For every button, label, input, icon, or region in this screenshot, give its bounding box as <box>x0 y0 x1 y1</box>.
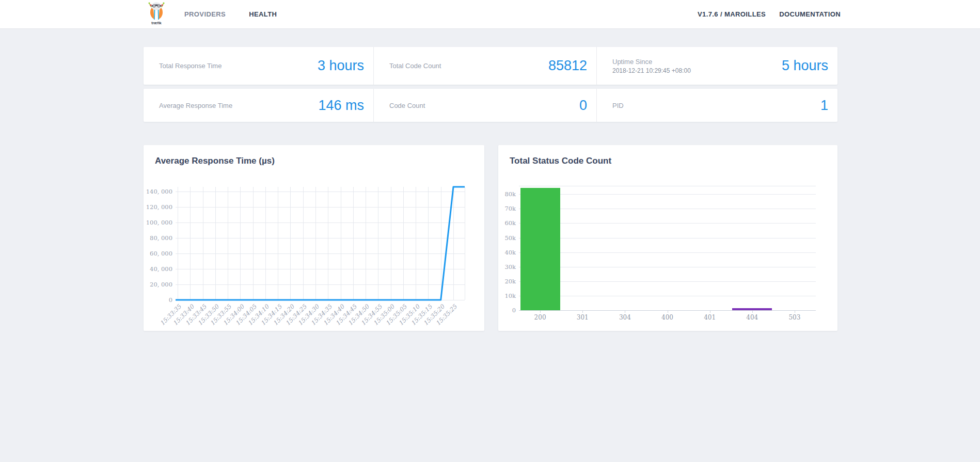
stat-uptime-since: Uptime Since 2018-12-21 10:29:45 +08:00 … <box>596 47 837 85</box>
uptime-label-group: Uptime Since 2018-12-21 10:29:45 +08:00 <box>612 58 691 74</box>
x-tick-label: 401 <box>694 314 725 321</box>
grid-line-h <box>519 194 816 195</box>
y-tick-label: 60k <box>498 219 516 227</box>
stat-value: 3 hours <box>318 58 364 74</box>
stat-total-response-time: Total Response Time 3 hours <box>144 47 373 85</box>
grid-line-h <box>519 296 816 296</box>
stat-code-count: Code Count 0 <box>373 89 596 122</box>
grid-line-h <box>519 252 816 253</box>
grid-line-h <box>519 267 816 267</box>
traefik-gopher-icon <box>148 2 165 21</box>
x-axis-tick <box>582 310 583 313</box>
response-time-line-chart: 020, 00040, 00060, 00080, 000100, 000120… <box>144 145 484 331</box>
x-axis-tick <box>710 310 710 313</box>
response-time-line <box>144 145 484 331</box>
y-tick-label: 30k <box>498 263 516 270</box>
y-tick-label: 40k <box>498 249 516 256</box>
y-tick-label: 0 <box>498 307 516 314</box>
stats-card-row1: Total Response Time 3 hours Total Code C… <box>144 47 837 85</box>
health-dashboard-page: træfik PROVIDERS HEALTH V1.7.6 / MAROILL… <box>0 0 980 462</box>
stat-value: 1 <box>820 98 828 114</box>
chart-card-response-time: Average Response Time (µs) 020, 00040, 0… <box>144 145 484 331</box>
chart-card-status-codes: Total Status Code Count 010k20k30k40k50k… <box>498 145 837 331</box>
top-nav-bar: træfik PROVIDERS HEALTH V1.7.6 / MAROILL… <box>0 0 980 29</box>
stat-pid: PID 1 <box>596 89 837 122</box>
stat-average-response-time: Average Response Time 146 ms <box>144 89 373 122</box>
bar-404 <box>732 308 772 310</box>
x-axis-tick <box>668 310 668 313</box>
stat-label: Uptime Since <box>612 58 691 66</box>
stat-value: 146 ms <box>318 98 364 114</box>
grid-line-h <box>519 238 816 238</box>
bar-200 <box>520 188 560 310</box>
grid-line-h <box>519 281 816 282</box>
x-axis-tick <box>625 310 625 313</box>
stat-label: Total Code Count <box>389 62 441 70</box>
y-tick-label: 10k <box>498 292 516 299</box>
stat-label: PID <box>612 102 624 109</box>
stat-value: 85812 <box>548 58 587 74</box>
x-tick-label: 200 <box>525 314 556 321</box>
x-tick-label: 404 <box>737 314 768 321</box>
grid-line-h <box>519 223 816 224</box>
stat-label: Average Response Time <box>159 102 232 109</box>
x-tick-label: 503 <box>779 314 810 321</box>
grid-line-h <box>519 186 816 186</box>
status-code-bar-chart: 010k20k30k40k50k60k70k80k200301304400401… <box>498 145 837 331</box>
x-tick-label: 301 <box>567 314 598 321</box>
stat-value: 0 <box>579 98 587 114</box>
stat-label: Total Response Time <box>159 62 222 70</box>
y-tick-label: 20k <box>498 278 516 285</box>
x-tick-label: 304 <box>609 314 640 321</box>
nav-item-documentation[interactable]: DOCUMENTATION <box>779 10 841 18</box>
x-axis-tick <box>752 310 753 313</box>
traefik-logo-text: træfik <box>151 21 161 25</box>
uptime-datetime: 2018-12-21 10:29:45 +08:00 <box>612 67 691 74</box>
y-tick-label: 50k <box>498 234 516 242</box>
stat-total-code-count: Total Code Count 85812 <box>373 47 596 85</box>
stat-value: 5 hours <box>782 58 828 74</box>
y-tick-label: 70k <box>498 205 516 212</box>
x-tick-label: 400 <box>652 314 683 321</box>
nav-version-link[interactable]: V1.7.6 / MAROILLES <box>698 10 766 18</box>
x-axis-tick <box>795 310 795 313</box>
traefik-logo-icon: træfik <box>146 2 167 28</box>
stat-label: Code Count <box>389 102 425 109</box>
grid-line-h <box>519 209 816 209</box>
nav-item-health[interactable]: HEALTH <box>249 10 277 18</box>
x-axis-tick <box>540 310 541 313</box>
stats-card-row2: Average Response Time 146 ms Code Count … <box>144 89 837 122</box>
nav-item-providers[interactable]: PROVIDERS <box>184 10 226 18</box>
y-tick-label: 80k <box>498 190 516 198</box>
